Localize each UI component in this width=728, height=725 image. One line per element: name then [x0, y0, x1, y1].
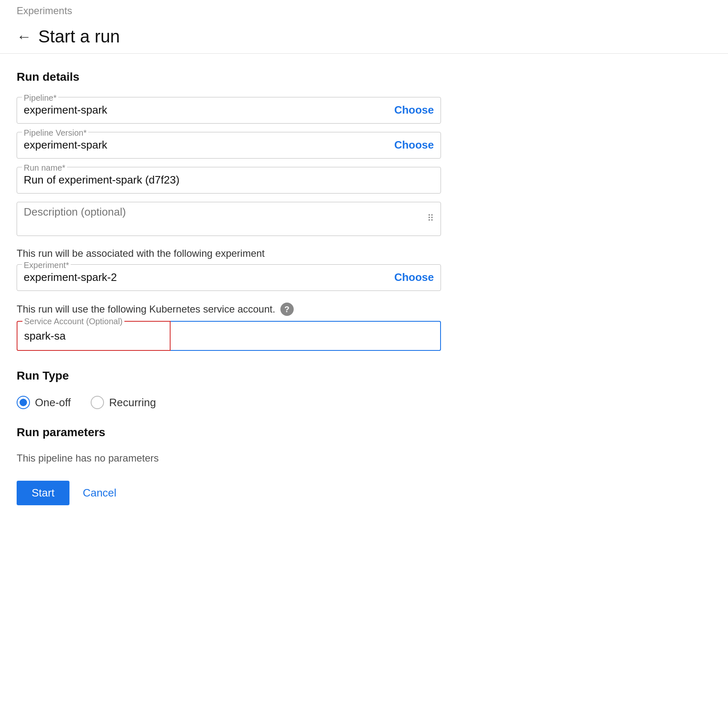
description-input[interactable] [24, 206, 427, 231]
experiment-field[interactable]: Experiment* experiment-spark-2 Choose [17, 264, 441, 291]
run-name-field-row: Run of experiment-spark (d7f23) [24, 171, 434, 189]
pipeline-field-group: Pipeline* experiment-spark Choose [17, 97, 441, 124]
pipeline-version-field-group: Pipeline Version* experiment-spark Choos… [17, 132, 441, 159]
description-field-row: ⠿ [24, 206, 434, 231]
pipeline-field-row: experiment-spark Choose [24, 101, 434, 119]
back-button[interactable]: ← [17, 29, 32, 44]
experiment-info-text: This run will be associated with the fol… [17, 248, 441, 259]
action-buttons: Start Cancel [17, 481, 441, 505]
radio-one-off-label: One-off [35, 396, 71, 409]
description-field[interactable]: ⠿ [17, 202, 441, 236]
help-icon[interactable]: ? [280, 303, 294, 316]
run-name-field-group: Run name* Run of experiment-spark (d7f23… [17, 167, 441, 194]
radio-recurring-circle[interactable] [91, 396, 104, 409]
service-account-label: Service Account (Optional) [22, 317, 124, 326]
run-details-title: Run details [17, 70, 441, 84]
pipeline-value: experiment-spark [24, 104, 394, 117]
run-name-field[interactable]: Run name* Run of experiment-spark (d7f23… [17, 167, 441, 194]
run-type-section: Run Type One-off Recurring [17, 369, 441, 409]
pipeline-version-field[interactable]: Pipeline Version* experiment-spark Choos… [17, 132, 441, 159]
pipeline-version-label: Pipeline Version* [22, 128, 88, 138]
radio-recurring[interactable]: Recurring [91, 396, 156, 409]
no-params-text: This pipeline has no parameters [17, 452, 441, 464]
run-type-title: Run Type [17, 369, 441, 382]
page-title: Start a run [38, 27, 120, 47]
service-account-container: Service Account (Optional) spark-sa [17, 321, 441, 351]
kubernetes-text: This run will use the following Kubernet… [17, 303, 275, 315]
pipeline-label: Pipeline* [22, 93, 58, 103]
page-header: ← Start a run [0, 20, 728, 54]
experiment-value: experiment-spark-2 [24, 271, 394, 284]
experiment-field-group: Experiment* experiment-spark-2 Choose [17, 264, 441, 291]
kubernetes-row: This run will use the following Kubernet… [17, 303, 441, 316]
run-params-section: Run parameters This pipeline has no para… [17, 426, 441, 464]
service-account-left[interactable]: Service Account (Optional) spark-sa [17, 321, 171, 351]
pipeline-version-field-row: experiment-spark Choose [24, 136, 434, 154]
cancel-button[interactable]: Cancel [79, 481, 120, 505]
run-name-label: Run name* [22, 163, 67, 173]
pipeline-version-choose-button[interactable]: Choose [394, 139, 434, 151]
breadcrumb: Experiments [0, 0, 728, 20]
run-details-section: Run details Pipeline* experiment-spark C… [17, 70, 441, 351]
radio-one-off-inner [20, 399, 27, 406]
experiment-field-row: experiment-spark-2 Choose [24, 268, 434, 286]
service-account-right [171, 321, 441, 351]
pipeline-field[interactable]: Pipeline* experiment-spark Choose [17, 97, 441, 124]
radio-recurring-label: Recurring [109, 396, 156, 409]
service-account-field-group: Service Account (Optional) spark-sa [17, 321, 441, 351]
description-field-group: ⠿ [17, 202, 441, 236]
resize-icon: ⠿ [427, 213, 434, 224]
pipeline-version-value: experiment-spark [24, 139, 394, 151]
experiment-label: Experiment* [22, 261, 71, 270]
start-button[interactable]: Start [17, 481, 69, 505]
run-params-title: Run parameters [17, 426, 441, 439]
experiment-choose-button[interactable]: Choose [394, 271, 434, 284]
run-name-value: Run of experiment-spark (d7f23) [24, 174, 434, 186]
service-account-value: spark-sa [24, 330, 163, 343]
radio-one-off-circle[interactable] [17, 396, 30, 409]
main-content: Run details Pipeline* experiment-spark C… [0, 54, 458, 530]
radio-one-off[interactable]: One-off [17, 396, 71, 409]
pipeline-choose-button[interactable]: Choose [394, 104, 434, 117]
radio-group: One-off Recurring [17, 396, 441, 409]
